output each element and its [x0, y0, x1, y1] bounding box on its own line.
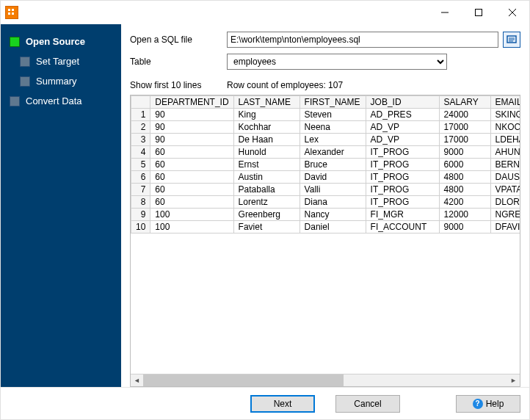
column-header[interactable]: FIRST_NAME [300, 96, 366, 109]
cell[interactable]: 24000 [439, 109, 490, 121]
cell[interactable]: 12000 [439, 209, 490, 221]
row-number: 7 [131, 184, 150, 196]
cell[interactable]: 60 [150, 146, 233, 159]
cell[interactable]: FI_MGR [366, 209, 439, 221]
cell[interactable]: Faviet [233, 221, 300, 233]
help-button[interactable]: ? Help [456, 395, 520, 413]
cell[interactable]: 9000 [439, 146, 490, 159]
cell[interactable]: IT_PROG [366, 184, 439, 196]
table-row[interactable]: 760PataballaValliIT_PROG4800VPATABAL [131, 184, 520, 196]
cell[interactable]: 4800 [439, 171, 490, 184]
cell[interactable]: BERNST [490, 159, 520, 171]
scroll-left-arrow[interactable]: ◄ [131, 374, 143, 387]
cell[interactable]: 60 [150, 159, 233, 171]
table-row[interactable]: 9100GreenbergNancyFI_MGR12000NGREENBE [131, 209, 520, 221]
cell[interactable]: Nancy [300, 209, 366, 221]
table-row[interactable]: 460HunoldAlexanderIT_PROG9000AHUNOLD [131, 146, 520, 159]
cell[interactable]: IT_PROG [366, 159, 439, 171]
svg-rect-3 [12, 12, 14, 15]
cell[interactable]: Steven [300, 109, 366, 121]
cell[interactable]: Pataballa [233, 184, 300, 196]
cell[interactable]: Diana [300, 196, 366, 209]
maximize-button[interactable] [462, 1, 495, 24]
cell[interactable]: SKING [490, 109, 520, 121]
scroll-right-arrow[interactable]: ► [507, 374, 520, 387]
row-number: 6 [131, 171, 150, 184]
cell[interactable]: DAUSTIN [490, 171, 520, 184]
cancel-button[interactable]: Cancel [335, 395, 400, 413]
cell[interactable]: NGREENBE [490, 209, 520, 221]
scroll-thumb[interactable] [143, 374, 344, 387]
cell[interactable]: 90 [150, 134, 233, 146]
cell[interactable]: 100 [150, 221, 233, 233]
table-row[interactable]: 190KingStevenAD_PRES24000SKING [131, 109, 520, 121]
cell[interactable]: 4800 [439, 184, 490, 196]
cell[interactable]: Bruce [300, 159, 366, 171]
cell[interactable]: 60 [150, 184, 233, 196]
cell[interactable]: AD_VP [366, 134, 439, 146]
wizard-step-open-source[interactable]: Open Source [1, 32, 121, 51]
cell[interactable]: 90 [150, 109, 233, 121]
sql-file-input[interactable] [227, 32, 498, 48]
cell[interactable]: Ernst [233, 159, 300, 171]
column-header[interactable]: DEPARTMENT_ID [150, 96, 233, 109]
minimize-button[interactable] [428, 1, 462, 24]
cell[interactable]: Lorentz [233, 196, 300, 209]
table-row[interactable]: 560ErnstBruceIT_PROG6000BERNST [131, 159, 520, 171]
cell[interactable]: Daniel [300, 221, 366, 233]
app-icon [5, 6, 18, 19]
cell[interactable]: 4200 [439, 196, 490, 209]
column-header[interactable]: JOB_ID [366, 96, 439, 109]
table-label: Table [130, 57, 227, 67]
cell[interactable]: Greenberg [233, 209, 300, 221]
cell[interactable]: AD_VP [366, 121, 439, 134]
cell[interactable]: 9000 [439, 221, 490, 233]
cell[interactable]: LDEHAAN [490, 134, 520, 146]
next-button[interactable]: Next [250, 395, 315, 413]
scroll-track[interactable] [143, 374, 507, 387]
wizard-step-convert-data[interactable]: Convert Data [1, 91, 121, 111]
cell[interactable]: FI_ACCOUNT [366, 221, 439, 233]
cell[interactable]: David [300, 171, 366, 184]
cell[interactable]: NKOCHHAR [490, 121, 520, 134]
table-row[interactable]: 10100FavietDanielFI_ACCOUNT9000DFAVIET [131, 221, 520, 233]
horizontal-scrollbar[interactable]: ◄ ► [131, 374, 520, 386]
table-row[interactable]: 860LorentzDianaIT_PROG4200DLORENTZ [131, 196, 520, 209]
table-row[interactable]: 290KochharNeenaAD_VP17000NKOCHHAR [131, 121, 520, 134]
cell[interactable]: IT_PROG [366, 196, 439, 209]
cell[interactable]: 6000 [439, 159, 490, 171]
cell[interactable]: Alexander [300, 146, 366, 159]
wizard-step-summary[interactable]: Summary [1, 71, 121, 91]
cell[interactable]: 90 [150, 121, 233, 134]
cell[interactable]: Neena [300, 121, 366, 134]
column-header[interactable]: LAST_NAME [233, 96, 300, 109]
wizard-step-set-target[interactable]: Set Target [1, 51, 121, 71]
cell[interactable]: AD_PRES [366, 109, 439, 121]
cell[interactable]: Kochhar [233, 121, 300, 134]
column-header[interactable]: SALARY [439, 96, 490, 109]
cell[interactable]: Lex [300, 134, 366, 146]
cell[interactable]: DFAVIET [490, 221, 520, 233]
table-select[interactable]: employees [227, 54, 447, 70]
cell[interactable]: 60 [150, 196, 233, 209]
close-button[interactable] [495, 1, 529, 24]
cell[interactable]: King [233, 109, 300, 121]
cell[interactable]: VPATABAL [490, 184, 520, 196]
cell[interactable]: De Haan [233, 134, 300, 146]
row-number: 2 [131, 121, 150, 134]
cell[interactable]: IT_PROG [366, 146, 439, 159]
table-row[interactable]: 390De HaanLexAD_VP17000LDEHAAN [131, 134, 520, 146]
cell[interactable]: Austin [233, 171, 300, 184]
cell[interactable]: 17000 [439, 134, 490, 146]
cell[interactable]: 60 [150, 171, 233, 184]
column-header[interactable]: EMAIL [490, 96, 520, 109]
cell[interactable]: 17000 [439, 121, 490, 134]
cell[interactable]: DLORENTZ [490, 196, 520, 209]
table-row[interactable]: 660AustinDavidIT_PROG4800DAUSTIN [131, 171, 520, 184]
cell[interactable]: Hunold [233, 146, 300, 159]
cell[interactable]: IT_PROG [366, 171, 439, 184]
browse-file-button[interactable] [503, 32, 520, 48]
cell[interactable]: AHUNOLD [490, 146, 520, 159]
cell[interactable]: Valli [300, 184, 366, 196]
cell[interactable]: 100 [150, 209, 233, 221]
